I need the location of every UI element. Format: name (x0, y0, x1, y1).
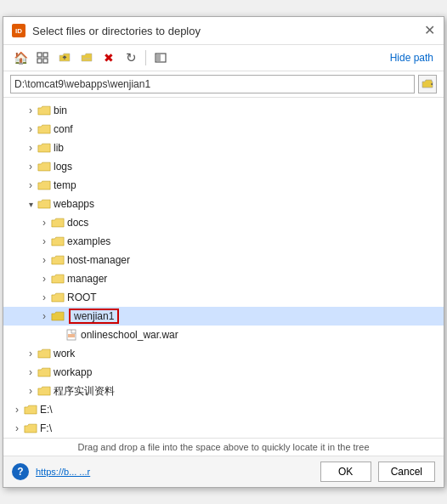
folder-button[interactable] (76, 48, 97, 67)
tree-item-docs[interactable]: docs (3, 213, 444, 232)
svg-rect-0 (37, 53, 42, 57)
browse-button[interactable] (418, 75, 437, 93)
help-button[interactable]: ? (12, 463, 29, 480)
layout-button[interactable] (150, 48, 171, 67)
tree-item-lib[interactable]: lib (3, 139, 444, 157)
app-icon: ID (12, 24, 25, 37)
folder-icon-temp (37, 178, 51, 192)
toggle-e_drive[interactable] (10, 403, 24, 416)
tree-item-bin[interactable]: bin (3, 101, 444, 120)
refresh-button[interactable]: ↻ (121, 48, 141, 67)
svg-rect-2 (37, 59, 42, 63)
toggle-workapp[interactable] (24, 365, 37, 379)
footer-link[interactable]: https://b... ...r (36, 467, 90, 477)
hide-path-button[interactable]: Hide path (387, 50, 437, 65)
tree-item-conf[interactable]: conf (3, 120, 444, 139)
svg-rect-3 (43, 59, 48, 63)
footer: ? https://b... ...r OK Cancel (3, 456, 444, 487)
tree-item-resources[interactable]: 程序实训资料 (3, 382, 444, 400)
footer-left: ? https://b... ...r (12, 463, 90, 480)
folder-icon-logs (37, 160, 51, 173)
delete-button[interactable]: ✖ (99, 48, 119, 67)
toggle-webapps[interactable] (24, 197, 37, 211)
path-input[interactable] (10, 75, 415, 93)
title-bar: ID Select files or directories to deploy… (3, 17, 444, 45)
tree-item-examples[interactable]: examples (3, 232, 444, 251)
status-bar: Drag and drop a file into the space abov… (3, 438, 444, 456)
folder-icon-manager (51, 272, 65, 286)
folder-icon-ROOT (51, 291, 65, 304)
item-label-webapps: webapps (54, 198, 94, 210)
toggle-logs[interactable] (24, 160, 37, 173)
toggle-ROOT[interactable] (37, 291, 51, 304)
toolbar: 🏠 ✖ ↻ (3, 45, 444, 71)
item-label-bin: bin (54, 105, 67, 116)
file-tree[interactable]: bin conf lib logs temp webapps docs exam… (3, 98, 444, 438)
folder-icon-conf (37, 122, 51, 136)
svg-rect-1 (43, 53, 48, 57)
toggle-docs[interactable] (37, 216, 51, 229)
tree-item-logs[interactable]: logs (3, 157, 444, 176)
folder-up-button[interactable] (54, 48, 75, 67)
item-label-resources: 程序实训资料 (54, 384, 115, 399)
toolbar-separator (145, 50, 146, 65)
item-label-logs: logs (54, 161, 72, 173)
file-icon-onlineschool (65, 328, 78, 342)
tree-item-work[interactable]: work (3, 344, 444, 363)
footer-buttons: OK Cancel (320, 462, 435, 482)
folder-icon-f_drive (24, 422, 37, 435)
ok-button[interactable]: OK (320, 462, 371, 482)
folder-icon-bin (37, 104, 51, 117)
tree-item-workapp[interactable]: workapp (3, 363, 444, 382)
toggle-manager[interactable] (37, 272, 51, 286)
folder-icon-workapp (37, 365, 51, 379)
tree-item-ROOT[interactable]: ROOT (3, 288, 444, 307)
tree-item-f_drive[interactable]: F:\ (3, 419, 444, 438)
tree-item-onlineschool[interactable]: onlineschool_war.war (3, 326, 444, 344)
cancel-button[interactable]: Cancel (378, 462, 435, 482)
toggle-conf[interactable] (24, 122, 37, 136)
tree-item-webapps[interactable]: webapps (3, 195, 444, 213)
path-bar (3, 71, 444, 98)
toggle-f_drive[interactable] (10, 422, 24, 435)
toggle-work[interactable] (24, 347, 37, 360)
item-label-onlineschool: onlineschool_war.war (81, 329, 178, 341)
folder-icon-webapps (37, 197, 51, 211)
item-label-work: work (54, 348, 75, 360)
toggle-wenjian1[interactable] (37, 309, 51, 323)
tree-item-manager[interactable]: manager (3, 269, 444, 288)
item-label-host-manager: host-manager (67, 254, 130, 266)
tree-item-e_drive[interactable]: E:\ (3, 400, 444, 419)
main-dialog: ID Select files or directories to deploy… (3, 16, 444, 488)
toggle-bin[interactable] (24, 104, 37, 117)
tree-item-host-manager[interactable]: host-manager (3, 251, 444, 269)
toggle-resources[interactable] (24, 384, 37, 398)
item-label-temp: temp (54, 179, 76, 191)
dialog-title: Select files or directories to deploy (32, 25, 417, 37)
home-button[interactable]: 🏠 (10, 48, 31, 67)
folder-icon-host-manager (51, 253, 65, 267)
item-label-conf: conf (54, 123, 73, 135)
item-label-lib: lib (54, 142, 64, 154)
toggle-temp[interactable] (24, 178, 37, 192)
folder-icon-e_drive (24, 403, 37, 416)
item-label-docs: docs (67, 217, 88, 229)
tree-item-wenjian1[interactable]: wenjian1 (3, 307, 444, 326)
folder-icon-wenjian1 (51, 309, 65, 323)
grid-button[interactable] (32, 48, 53, 67)
selected-item-box: wenjian1 (69, 309, 119, 324)
item-label-f_drive: F:\ (40, 422, 52, 434)
folder-icon-resources (37, 384, 51, 398)
item-label-manager: manager (67, 273, 107, 285)
toggle-lib[interactable] (24, 141, 37, 155)
item-label-ROOT: ROOT (67, 292, 97, 303)
close-button[interactable]: ✕ (424, 24, 435, 37)
tree-item-temp[interactable]: temp (3, 176, 444, 195)
toggle-examples[interactable] (37, 235, 51, 248)
item-label-e_drive: E:\ (40, 404, 53, 416)
toggle-host-manager[interactable] (37, 253, 51, 267)
folder-icon-work (37, 347, 51, 360)
folder-icon-docs (51, 216, 65, 229)
folder-icon-examples (51, 235, 65, 248)
item-label-wenjian1: wenjian1 (74, 310, 114, 322)
